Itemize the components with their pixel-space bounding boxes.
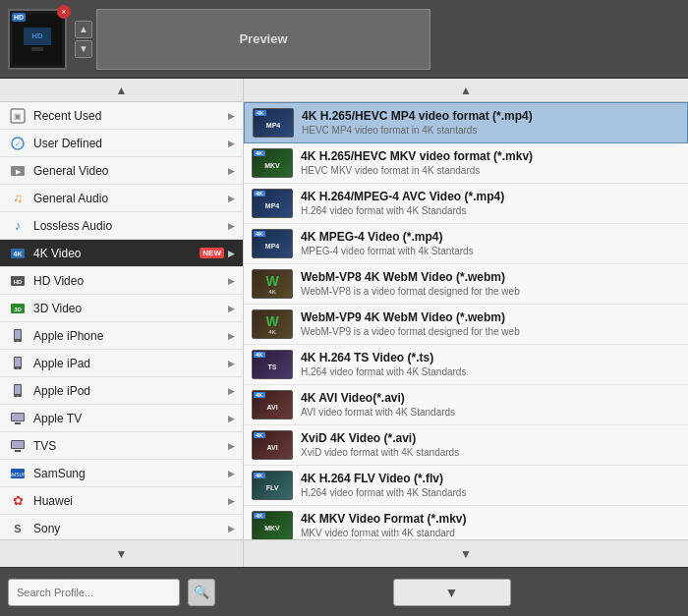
sidebar-item-recent-used[interactable]: ▣Recent Used▶ [0, 102, 243, 130]
4k-avi-desc: AVI video format with 4K Standards [301, 406, 680, 419]
general-video-arrow: ▶ [228, 166, 235, 176]
4k-video-label: 4K Video [33, 247, 196, 260]
sidebar-item-huawei[interactable]: ✿Huawei▶ [0, 487, 243, 515]
bottom-right: ▼ [223, 579, 680, 606]
right-panel-down-arrow[interactable]: ▼ [244, 539, 688, 567]
sidebar-item-general-audio[interactable]: ♫General Audio▶ [0, 185, 243, 212]
search-button[interactable]: 🔍 [188, 579, 215, 606]
close-button[interactable]: × [57, 5, 71, 19]
sidebar-item-samsung[interactable]: SAMSUNGSamSung▶ [0, 460, 243, 487]
svg-point-20 [17, 340, 19, 342]
hd-badge: HD [12, 13, 26, 22]
format-item-hevc-mkv[interactable]: 4K MKV 4K H.265/HEVC MKV video format (*… [244, 143, 688, 184]
format-item-xvid-avi[interactable]: 4K AVI XviD 4K Video (*.avi)XviD video f… [244, 425, 688, 466]
svg-rect-31 [12, 441, 24, 448]
hd-video-arrow: ▶ [228, 276, 235, 286]
3d-video-label: 3D Video [33, 302, 224, 315]
thumb-nav-arrows: ▲ ▼ [75, 21, 92, 58]
recent-used-icon: ▣ [8, 108, 28, 124]
svg-text:♪: ♪ [15, 218, 22, 233]
sidebar-item-apple-ipod[interactable]: Apple iPod▶ [0, 377, 243, 405]
xvid-avi-desc: XviD video format with 4K standards [301, 446, 680, 459]
apple-tv-icon [8, 411, 28, 426]
h264-avc-mp4-text: 4K H.264/MPEG-4 AVC Video (*.mp4)H.264 v… [301, 190, 680, 218]
h264-ts-desc: H.264 video format with 4K Standards [301, 365, 680, 378]
format-item-hevc-mp4[interactable]: 4K MP4 4K H.265/HEVC MP4 video format (*… [244, 102, 688, 143]
user-defined-arrow: ▶ [228, 139, 235, 148]
sidebar-item-sony[interactable]: SSony▶ [0, 515, 243, 539]
4k-video-badge: NEW [200, 248, 224, 258]
svg-text:♫: ♫ [13, 191, 23, 205]
left-panel-up-arrow[interactable]: ▲ [0, 79, 243, 102]
format-item-h264-avc-mp4[interactable]: 4K MP4 4K H.264/MPEG-4 AVC Video (*.mp4)… [244, 184, 688, 224]
format-item-webm-vp9[interactable]: W 4K WebM-VP9 4K WebM Video (*.webm)WebM… [244, 305, 688, 345]
mpeg4-mp4-thumb: 4K MP4 [252, 229, 293, 258]
sidebar-item-hd-video[interactable]: HDHD Video▶ [0, 267, 243, 295]
samsung-icon: SAMSUNG [8, 466, 28, 481]
apple-iphone-arrow: ▶ [228, 331, 235, 341]
left-panel-scroll: ▣Recent Used▶✓User Defined▶▶General Vide… [0, 102, 243, 539]
format-item-webm-vp8[interactable]: W 4K WebM-VP8 4K WebM Video (*.webm)WebM… [244, 264, 688, 305]
user-defined-icon: ✓ [8, 136, 28, 151]
svg-rect-28 [12, 414, 24, 420]
svg-text:SAMSUNG: SAMSUNG [10, 472, 26, 477]
user-defined-label: User Defined [33, 137, 224, 150]
format-item-4k-avi[interactable]: 4K AVI 4K AVI Video(*.avi)AVI video form… [244, 385, 688, 425]
4k-avi-title: 4K AVI Video(*.avi) [301, 391, 680, 407]
apple-tv-arrow: ▶ [228, 414, 235, 423]
hevc-mkv-title: 4K H.265/HEVC MKV video format (*.mkv) [301, 149, 680, 165]
right-panel-up-arrow[interactable]: ▲ [244, 79, 688, 102]
svg-rect-2 [31, 47, 43, 51]
sidebar-item-lossless-audio[interactable]: ♪Lossless Audio▶ [0, 212, 243, 240]
format-item-h264-flv[interactable]: 4K FLV 4K H.264 FLV Video (*.flv)H.264 v… [244, 466, 688, 506]
apple-ipod-arrow: ▶ [228, 386, 235, 396]
samsung-label: SamSung [33, 467, 224, 480]
search-input[interactable] [8, 579, 180, 606]
left-panel-down-arrow[interactable]: ▼ [0, 539, 243, 567]
xvid-avi-title: XviD 4K Video (*.avi) [301, 431, 680, 447]
sony-arrow: ▶ [228, 524, 235, 533]
general-video-label: General Video [33, 164, 224, 178]
general-audio-arrow: ▶ [228, 194, 235, 203]
sidebar-item-apple-tv[interactable]: Apple TV▶ [0, 405, 243, 432]
mpeg4-mp4-text: 4K MPEG-4 Video (*.mp4)MPEG-4 video form… [301, 230, 680, 258]
apple-ipad-label: Apple iPad [33, 357, 224, 370]
format-item-mpeg4-mp4[interactable]: 4K MP4 4K MPEG-4 Video (*.mp4)MPEG-4 vid… [244, 224, 688, 264]
hevc-mkv-desc: HEVC MKV video format in 4K standards [301, 164, 680, 177]
hevc-mkv-text: 4K H.265/HEVC MKV video format (*.mkv)HE… [301, 149, 680, 178]
right-panel-scroll: 4K MP4 4K H.265/HEVC MP4 video format (*… [244, 102, 688, 539]
thumb-up-arrow[interactable]: ▲ [75, 21, 92, 38]
lossless-audio-label: Lossless Audio [33, 219, 224, 233]
format-item-h264-ts[interactable]: 4K TS 4K H.264 TS Video (*.ts)H.264 vide… [244, 345, 688, 385]
format-item-4k-mkv[interactable]: 4K MKV 4K MKV Video Format (*.mkv)MKV vi… [244, 506, 688, 539]
apple-iphone-label: Apple iPhone [33, 329, 224, 343]
general-video-icon: ▶ [8, 163, 28, 179]
lossless-audio-arrow: ▶ [228, 221, 235, 231]
h264-avc-mp4-thumb: 4K MP4 [252, 189, 293, 218]
sidebar-item-4k-video[interactable]: 4K4K VideoNEW▶ [0, 240, 243, 267]
sidebar-item-3d-video[interactable]: 3D3D Video▶ [0, 295, 243, 322]
svg-text:S: S [14, 523, 21, 534]
4k-avi-thumb: 4K AVI [252, 390, 293, 420]
3d-video-arrow: ▶ [228, 304, 235, 313]
hevc-mp4-text: 4K H.265/HEVC MP4 video format (*.mp4)HE… [302, 109, 679, 138]
hevc-mp4-title: 4K H.265/HEVC MP4 video format (*.mp4) [302, 109, 679, 125]
svg-text:✿: ✿ [13, 493, 24, 508]
h264-avc-mp4-desc: H.264 video format with 4K Standards [301, 204, 680, 217]
sidebar-item-user-defined[interactable]: ✓User Defined▶ [0, 130, 243, 157]
thumb-down-arrow[interactable]: ▼ [75, 40, 92, 58]
webm-vp9-text: WebM-VP9 4K WebM Video (*.webm)WebM-VP9 … [301, 310, 680, 339]
huawei-label: Huawei [33, 494, 224, 508]
sidebar-item-apple-iphone[interactable]: Apple iPhone▶ [0, 322, 243, 350]
sidebar-item-apple-ipad[interactable]: Apple iPad▶ [0, 350, 243, 377]
right-panel: ▲ 4K MP4 4K H.265/HEVC MP4 video format … [244, 79, 688, 567]
preview-label: Preview [96, 9, 430, 70]
svg-text:4K: 4K [14, 251, 23, 257]
bottom-down-arrow[interactable]: ▼ [393, 579, 511, 606]
sidebar-item-general-video[interactable]: ▶General Video▶ [0, 157, 243, 185]
apple-ipad-arrow: ▶ [228, 359, 235, 368]
h264-ts-text: 4K H.264 TS Video (*.ts)H.264 video form… [301, 351, 680, 379]
preview-thumbnail: HD HD × [8, 9, 67, 70]
webm-vp9-title: WebM-VP9 4K WebM Video (*.webm) [301, 310, 680, 326]
sidebar-item-tvs[interactable]: TVS▶ [0, 432, 243, 460]
